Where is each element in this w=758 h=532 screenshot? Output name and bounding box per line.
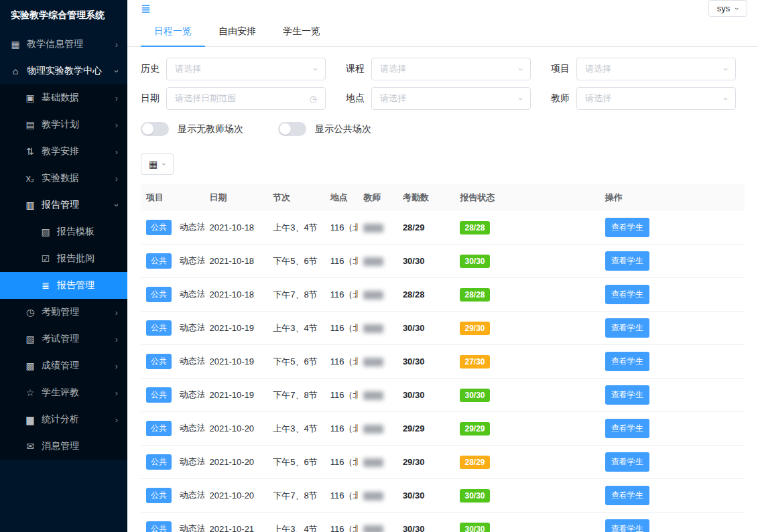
- teacher-name-blurred: [363, 257, 383, 266]
- public-badge: 公共: [146, 488, 172, 503]
- chevron-right-icon: ›: [115, 93, 118, 103]
- toggle-bar: 显示无教师场次 显示公共场次: [127, 110, 758, 136]
- caret-down-icon: ›: [516, 97, 525, 100]
- sidebar-item[interactable]: ▤ 教学计划 ›: [0, 111, 127, 138]
- attendance-cell: 30/30: [397, 345, 455, 379]
- actions-cell: 查看学生: [600, 513, 745, 532]
- teacher-cell: [358, 245, 397, 278]
- sidebar-item-label: 报告管理: [57, 279, 94, 291]
- actions-cell: 查看学生: [600, 312, 745, 345]
- report-status-badge: 28/28: [460, 288, 489, 302]
- view-students-button[interactable]: 查看学生: [605, 385, 649, 405]
- sidebar-item[interactable]: ◷ 考勤管理 ›: [0, 299, 127, 326]
- sidebar-item[interactable]: ⇅ 教学安排 ›: [0, 138, 127, 165]
- sidebar-item[interactable]: ▥ 报告管理 ›: [0, 192, 127, 218]
- filter-select[interactable]: 请选择 ›: [166, 58, 326, 80]
- caret-down-icon: ›: [721, 68, 730, 70]
- filter-select[interactable]: 请选择 ›: [371, 58, 531, 80]
- sidebar-item[interactable]: ☆ 学生评教 ›: [0, 379, 127, 406]
- public-badge: 公共: [146, 220, 172, 235]
- tab-label: 学生一览: [283, 25, 320, 36]
- view-students-button[interactable]: 查看学生: [605, 318, 649, 338]
- project-name: 动态法测量金属的杨氏模量 （理116北）: [180, 523, 204, 532]
- sidebar-item[interactable]: ✉ 消息管理: [0, 433, 127, 460]
- sidebar-item[interactable]: x₂ 实验数据 ›: [0, 165, 127, 192]
- view-students-button[interactable]: 查看学生: [605, 285, 649, 304]
- project-name: 动态法测量金属的杨氏模量 （理116北）: [180, 389, 204, 399]
- project-cell: 公共 动态法测量金属的杨氏模量 （理116北）: [141, 479, 204, 513]
- actions-cell: 查看学生: [600, 379, 745, 412]
- report-status-cell: 28/29: [454, 446, 599, 479]
- filter-placeholder: 请选择: [585, 63, 611, 75]
- sidebar-item[interactable]: ≣ 报告管理: [0, 272, 127, 299]
- date-cell: 2021-10-20: [204, 479, 268, 513]
- sidebar-item[interactable]: ▆ 统计分析 ›: [0, 406, 127, 433]
- sidebar-item[interactable]: ▣ 基础数据 ›: [0, 84, 127, 111]
- toggle-group: 显示公共场次: [278, 122, 371, 136]
- filter-group: 教师 请选择 ›: [551, 87, 736, 110]
- sidebar-item[interactable]: ▦ 教学信息管理 ›: [0, 31, 127, 58]
- filter-label: 地点: [346, 92, 365, 105]
- chevron-down-icon: ›: [733, 7, 741, 10]
- view-students-button[interactable]: 查看学生: [605, 251, 649, 271]
- attendance-cell: 30/30: [397, 513, 455, 532]
- sidebar-item[interactable]: ☑ 报告批阅: [0, 245, 127, 272]
- report-status-badge: 29/30: [460, 322, 489, 335]
- tab[interactable]: 自由安排: [205, 17, 269, 46]
- teacher-cell: [358, 312, 397, 345]
- filter-select[interactable]: 请选择 ›: [371, 87, 531, 110]
- sidebar-item-label: 学生评教: [42, 387, 79, 399]
- view-students-button[interactable]: 查看学生: [605, 218, 649, 237]
- view-students-button[interactable]: 查看学生: [605, 452, 649, 472]
- list-icon: ≣: [38, 280, 53, 291]
- check-square-icon: ☑: [38, 253, 53, 264]
- user-menu-button[interactable]: sys ›: [708, 0, 747, 17]
- chevron-right-icon: ›: [115, 120, 118, 130]
- filter-select[interactable]: 请选择日期范围 ◷: [166, 87, 326, 110]
- main-area: ≣ sys › 日程一览 自由安排 学生一览: [127, 0, 758, 532]
- sidebar-item[interactable]: ▧ 考试管理 ›: [0, 326, 127, 352]
- sidebar-item[interactable]: ▨ 报告模板: [0, 218, 127, 245]
- toggle-label: 显示公共场次: [315, 123, 371, 135]
- collapse-menu-icon[interactable]: ≣: [141, 3, 151, 15]
- actions-cell: 查看学生: [600, 446, 745, 479]
- toggle-switch[interactable]: [141, 122, 169, 136]
- actions-cell: 查看学生: [600, 412, 745, 446]
- teacher-name-blurred: [363, 458, 383, 467]
- teacher-cell: [358, 479, 397, 513]
- view-students-button[interactable]: 查看学生: [605, 419, 649, 438]
- filter-select[interactable]: 请选择 ›: [576, 87, 736, 110]
- report-status-badge: 30/30: [460, 523, 489, 532]
- view-students-button[interactable]: 查看学生: [605, 519, 649, 532]
- book-icon: ▤: [23, 119, 38, 130]
- period-cell: 上午3、4节: [267, 412, 325, 446]
- report-status-cell: 30/30: [454, 513, 599, 532]
- bank-icon: ⌂: [8, 66, 23, 76]
- tab-label: 日程一览: [154, 25, 192, 36]
- toggle-switch[interactable]: [278, 122, 306, 136]
- filter-placeholder: 请选择: [380, 63, 406, 75]
- filter-select[interactable]: 请选择 ›: [576, 58, 736, 80]
- table-row: 公共 动态法测量金属的杨氏模量 （理116北） 2021-10-21 上午3、4…: [141, 513, 745, 532]
- period-cell: 下午5、6节: [267, 345, 325, 379]
- filter-group: 项目 请选择 ›: [551, 58, 736, 80]
- sidebar-item[interactable]: ⌂ 物理实验教学中心 ›: [0, 58, 127, 84]
- project-name: 动态法测量金属的杨氏模量 （理116北）: [180, 456, 204, 466]
- report-status-cell: 27/30: [454, 345, 599, 379]
- period-cell: 下午7、8节: [267, 479, 325, 513]
- view-students-button[interactable]: 查看学生: [605, 486, 649, 505]
- report-status-cell: 30/30: [454, 379, 599, 412]
- sidebar-item-label: 考试管理: [42, 333, 79, 345]
- public-badge: 公共: [146, 253, 172, 269]
- filter-group: 历史 请选择 ›: [141, 58, 326, 80]
- sidebar-item[interactable]: ▩ 成绩管理 ›: [0, 352, 127, 379]
- period-cell: 上午3、4节: [267, 312, 325, 345]
- column-settings-button[interactable]: ▦ ›: [141, 153, 174, 175]
- view-students-button[interactable]: 查看学生: [605, 352, 649, 371]
- location-cell: 116（北）: [325, 379, 359, 412]
- tab[interactable]: 日程一览: [141, 17, 205, 46]
- teacher-name-blurred: [363, 391, 383, 400]
- actions-cell: 查看学生: [600, 479, 745, 513]
- tab[interactable]: 学生一览: [269, 17, 334, 46]
- attendance-cell: 30/30: [397, 379, 455, 412]
